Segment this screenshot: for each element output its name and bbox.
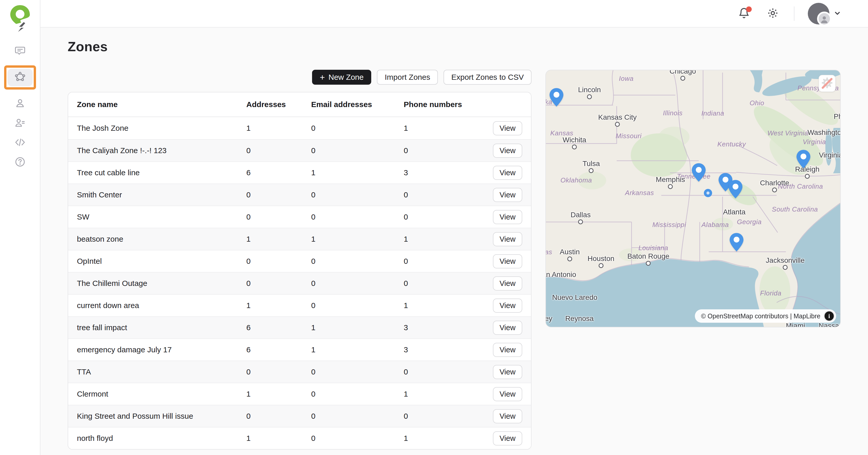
zones-table: Zone name Addresses Email addresses Phon… bbox=[68, 92, 531, 450]
sidebar-item-help[interactable] bbox=[14, 156, 26, 168]
map-pin-marker[interactable] bbox=[691, 162, 707, 183]
zones-map[interactable]: IowakaLincolnChicagoIllinoisIndianaOhioP… bbox=[546, 70, 841, 327]
sidebar-item-developer[interactable] bbox=[14, 137, 26, 149]
zone-name-cell: SW bbox=[68, 213, 246, 221]
map-geolocate-disabled-button[interactable] bbox=[818, 75, 836, 92]
phone-numbers-cell: 0 bbox=[404, 190, 473, 199]
view-zone-button[interactable]: View bbox=[493, 365, 522, 379]
view-zone-button[interactable]: View bbox=[493, 188, 522, 202]
email-addresses-cell: 0 bbox=[311, 279, 404, 288]
table-header-row: Zone name Addresses Email addresses Phon… bbox=[68, 92, 531, 117]
view-zone-button[interactable]: View bbox=[493, 210, 522, 224]
table-row: current down area 1 0 1 View bbox=[68, 294, 531, 316]
addresses-cell: 0 bbox=[246, 146, 311, 155]
new-zone-button[interactable]: + New Zone bbox=[312, 70, 371, 85]
avatar-person-icon bbox=[817, 11, 832, 26]
zone-name-cell: Tree cut cable line bbox=[68, 168, 246, 177]
view-zone-button[interactable]: View bbox=[493, 144, 522, 158]
zones-active-pill bbox=[7, 69, 33, 86]
map-pin-marker[interactable] bbox=[796, 149, 811, 169]
addresses-cell: 1 bbox=[246, 235, 311, 243]
plus-icon: + bbox=[320, 73, 325, 82]
view-zone-button[interactable]: View bbox=[493, 431, 522, 446]
sidebar-item-zones-active[interactable] bbox=[4, 65, 36, 90]
zones-toolbar: + New Zone Import Zones Export Zones to … bbox=[68, 70, 531, 85]
zones-table-section: + New Zone Import Zones Export Zones to … bbox=[68, 70, 531, 450]
email-addresses-cell: 0 bbox=[311, 367, 404, 376]
zone-name-cell: emergency damage July 17 bbox=[68, 345, 246, 354]
email-addresses-cell: 0 bbox=[311, 412, 404, 421]
account-menu-button[interactable] bbox=[808, 3, 841, 25]
sidebar-item-users[interactable] bbox=[14, 117, 26, 129]
phone-numbers-cell: 0 bbox=[404, 367, 473, 376]
email-addresses-cell: 0 bbox=[311, 146, 404, 155]
phone-numbers-cell: 0 bbox=[404, 257, 473, 266]
view-zone-button[interactable]: View bbox=[493, 299, 522, 313]
phone-numbers-cell: 1 bbox=[404, 235, 473, 243]
new-zone-label: New Zone bbox=[329, 73, 364, 82]
attribution-info-button[interactable]: i bbox=[824, 310, 835, 322]
table-row: OpIntel 0 0 0 View bbox=[68, 250, 531, 272]
table-row: SW 0 0 0 View bbox=[68, 206, 531, 228]
table-row: beatson zone 1 1 1 View bbox=[68, 228, 531, 250]
table-row: The Caliyah Zone !-.-! 123 0 0 0 View bbox=[68, 139, 531, 161]
user-icon bbox=[14, 97, 26, 110]
attribution-text: © OpenStreetMap contributors | MapLibre bbox=[701, 312, 820, 320]
map-attribution[interactable]: © OpenStreetMap contributors | MapLibre … bbox=[695, 309, 836, 323]
column-header-zone-name: Zone name bbox=[68, 100, 246, 109]
column-header-addresses: Addresses bbox=[246, 100, 311, 109]
help-circle-icon bbox=[14, 156, 26, 169]
email-addresses-cell: 0 bbox=[311, 124, 404, 132]
addresses-cell: 0 bbox=[246, 367, 311, 376]
phone-numbers-cell: 1 bbox=[404, 390, 473, 398]
zone-name-cell: beatson zone bbox=[68, 235, 246, 243]
map-markers bbox=[546, 70, 840, 327]
zone-name-cell: north floyd bbox=[68, 434, 246, 443]
view-zone-button[interactable]: View bbox=[493, 409, 522, 423]
phone-numbers-cell: 0 bbox=[404, 412, 473, 421]
table-row: north floyd 1 0 1 View bbox=[68, 427, 531, 449]
addresses-cell: 6 bbox=[246, 168, 311, 177]
view-zone-button[interactable]: View bbox=[493, 276, 522, 291]
zone-name-cell: The Chillemi Outage bbox=[68, 279, 246, 288]
table-row: TTA 0 0 0 View bbox=[68, 361, 531, 383]
column-header-email-addresses: Email addresses bbox=[311, 100, 404, 109]
user-list-icon bbox=[14, 117, 26, 129]
import-zones-button[interactable]: Import Zones bbox=[377, 70, 438, 85]
notifications-button[interactable] bbox=[737, 7, 751, 20]
view-zone-button[interactable]: View bbox=[493, 121, 522, 135]
addresses-cell: 0 bbox=[246, 213, 311, 221]
table-row: King Street and Possum Hill issue 0 0 0 … bbox=[68, 405, 531, 427]
sidebar-item-feedback[interactable] bbox=[14, 45, 26, 57]
table-row: The Josh Zone 1 0 1 View bbox=[68, 117, 531, 139]
zone-name-cell: The Caliyah Zone !-.-! 123 bbox=[68, 146, 246, 155]
phone-numbers-cell: 0 bbox=[404, 146, 473, 155]
app-logo-map-pin-lightning-icon[interactable] bbox=[8, 4, 32, 32]
map-pin-marker[interactable] bbox=[727, 179, 743, 200]
view-zone-button[interactable]: View bbox=[493, 321, 522, 335]
phone-numbers-cell: 1 bbox=[404, 301, 473, 310]
settings-button[interactable] bbox=[766, 7, 779, 20]
table-row: Clermont 1 0 1 View bbox=[68, 383, 531, 405]
phone-numbers-cell: 0 bbox=[404, 279, 473, 288]
info-icon: i bbox=[825, 311, 834, 321]
main-content: Zones + New Zone Import Zones Export Zon… bbox=[40, 0, 868, 450]
sidebar-item-contact[interactable] bbox=[14, 98, 26, 110]
view-zone-button[interactable]: View bbox=[493, 387, 522, 401]
view-zone-button[interactable]: View bbox=[493, 232, 522, 246]
phone-numbers-cell: 3 bbox=[404, 168, 473, 177]
view-zone-button[interactable]: View bbox=[493, 166, 522, 180]
map-pin-marker[interactable] bbox=[549, 87, 564, 108]
table-row: emergency damage July 17 6 1 3 View bbox=[68, 338, 531, 361]
email-addresses-cell: 0 bbox=[311, 213, 404, 221]
export-zones-csv-button[interactable]: Export Zones to CSV bbox=[443, 70, 531, 85]
view-zone-button[interactable]: View bbox=[493, 254, 522, 268]
zone-name-cell: OpIntel bbox=[68, 257, 246, 266]
zone-name-cell: Smith Center bbox=[68, 190, 246, 199]
map-pin-marker[interactable] bbox=[728, 232, 745, 252]
view-zone-button[interactable]: View bbox=[493, 343, 522, 357]
phone-numbers-cell: 1 bbox=[404, 434, 473, 443]
map-small-marker[interactable] bbox=[704, 189, 712, 197]
email-addresses-cell: 1 bbox=[311, 345, 404, 354]
addresses-cell: 1 bbox=[246, 124, 311, 132]
